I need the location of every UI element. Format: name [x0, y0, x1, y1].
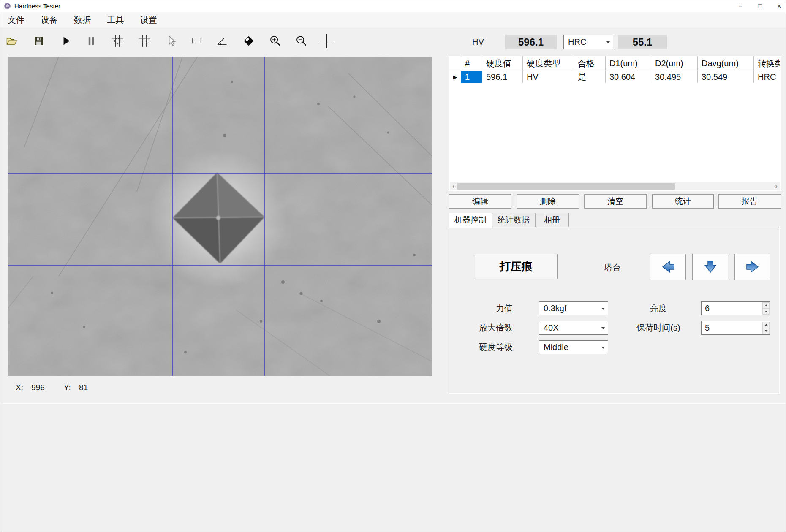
magnification-label: 放大倍数 — [458, 321, 513, 335]
x-label: X: — [16, 383, 23, 392]
statistics-button[interactable]: 统计 — [652, 194, 714, 209]
col-num[interactable]: # — [461, 56, 482, 71]
force-combobox[interactable]: 0.3kgf — [539, 301, 608, 315]
delete-button[interactable]: 删除 — [517, 194, 579, 209]
status-bar: X: 996 Y: 81 — [16, 383, 94, 392]
col-conversion[interactable]: 转换类 — [754, 56, 780, 71]
app-window: Hardness Tester − □ × 文件 设备 数据 工具 设置 — [0, 0, 786, 532]
clear-button[interactable]: 清空 — [584, 194, 647, 209]
spin-up-button[interactable] — [762, 302, 770, 309]
tab-statistics-data[interactable]: 统计数据 — [492, 213, 535, 227]
chevron-down-icon — [606, 41, 610, 43]
camera-view[interactable] — [8, 57, 432, 376]
edit-button[interactable]: 编辑 — [449, 194, 511, 209]
arrow-right-icon — [744, 258, 761, 275]
row-selector-cell: ▶ — [449, 71, 461, 83]
spin-down-button[interactable] — [762, 328, 770, 334]
y-label: Y: — [64, 383, 71, 392]
turret-right-button[interactable] — [734, 254, 770, 280]
cell-num[interactable]: 1 — [461, 71, 482, 83]
magnification-value: 40X — [544, 323, 559, 332]
grid-icon[interactable] — [136, 33, 153, 49]
hv-label: HV — [463, 35, 493, 49]
spin-up-button[interactable] — [762, 322, 770, 328]
conversion-scale-combobox[interactable]: HRC — [563, 35, 613, 49]
menu-settings[interactable]: 设置 — [133, 12, 164, 28]
scroll-right-arrow[interactable]: › — [773, 182, 780, 190]
scrollbar-thumb[interactable] — [457, 183, 675, 190]
turret-label: 塔台 — [593, 262, 631, 274]
x-value: 996 — [31, 383, 45, 392]
table-header-row: # 硬度值 硬度类型 合格 D1(um) D2(um) Davg(um) 转换类 — [449, 56, 781, 71]
conversion-value: 55.1 — [618, 35, 667, 49]
scroll-left-arrow[interactable]: ‹ — [450, 182, 457, 190]
menu-device[interactable]: 设备 — [33, 12, 65, 28]
conversion-scale-value: HRC — [568, 37, 586, 46]
col-hardness[interactable]: 硬度值 — [482, 56, 523, 71]
cell-d1[interactable]: 30.604 — [606, 71, 651, 83]
title-bar: Hardness Tester − □ × — [0, 0, 786, 12]
zoom-out-icon[interactable] — [293, 33, 310, 49]
chevron-down-icon — [601, 308, 605, 310]
make-indent-button[interactable]: 打压痕 — [475, 254, 558, 279]
col-d2[interactable]: D2(um) — [651, 56, 698, 71]
menu-data[interactable]: 数据 — [67, 12, 98, 28]
specimen-image — [8, 57, 432, 376]
cell-d2[interactable]: 30.495 — [651, 71, 698, 83]
minimize-button[interactable]: − — [733, 0, 748, 12]
brightness-spinbox[interactable]: 6 — [701, 301, 770, 315]
crosshair-icon[interactable] — [318, 33, 335, 49]
play-icon[interactable] — [57, 33, 74, 49]
arrow-down-icon — [702, 258, 719, 275]
maximize-button[interactable]: □ — [753, 0, 767, 12]
chevron-down-icon — [601, 327, 605, 329]
pause-icon[interactable] — [83, 33, 100, 49]
tab-machine-control[interactable]: 机器控制 — [449, 213, 492, 228]
menu-file[interactable]: 文件 — [0, 12, 32, 28]
brightness-label: 亮度 — [618, 301, 699, 315]
turret-left-button[interactable] — [650, 254, 686, 280]
window-title: Hardness Tester — [14, 3, 60, 10]
dwell-time-label: 保荷时间(s) — [618, 321, 699, 335]
col-hardness-type[interactable]: 硬度类型 — [523, 56, 574, 71]
cell-hardness-type[interactable]: HV — [523, 71, 574, 83]
tab-album[interactable]: 相册 — [535, 213, 569, 227]
chevron-down-icon — [601, 347, 605, 349]
cell-hardness[interactable]: 596.1 — [482, 71, 523, 83]
hardness-level-value: Middle — [544, 342, 568, 352]
cell-davg[interactable]: 30.549 — [698, 71, 754, 83]
hardness-level-combobox[interactable]: Middle — [539, 340, 608, 354]
length-measure-icon[interactable] — [188, 33, 205, 49]
triangle-up-icon — [765, 324, 767, 326]
force-value: 0.3kgf — [544, 304, 566, 313]
triangle-down-icon — [765, 311, 767, 312]
hv-value: 596.1 — [505, 35, 557, 49]
app-icon — [4, 3, 11, 9]
cursor-icon[interactable] — [163, 33, 180, 49]
menu-bar: 文件 设备 数据 工具 设置 — [0, 12, 786, 28]
table-horizontal-scrollbar[interactable]: ‹ › — [450, 182, 780, 190]
menu-tools[interactable]: 工具 — [100, 12, 131, 28]
open-file-icon[interactable] — [3, 33, 20, 49]
col-d1[interactable]: D1(um) — [606, 56, 651, 71]
col-davg[interactable]: Davg(um) — [698, 56, 754, 71]
spin-down-button[interactable] — [762, 309, 770, 315]
turret-down-button[interactable] — [692, 254, 728, 280]
results-table: # 硬度值 硬度类型 合格 D1(um) D2(um) Davg(um) 转换类… — [449, 56, 781, 191]
cell-conversion[interactable]: HRC — [754, 71, 780, 83]
report-button[interactable]: 报告 — [718, 194, 781, 209]
triangle-down-icon — [765, 330, 767, 332]
indent-target-icon[interactable] — [109, 33, 126, 49]
zoom-in-icon[interactable] — [267, 33, 283, 49]
eraser-icon[interactable] — [240, 33, 257, 49]
magnification-combobox[interactable]: 40X — [539, 321, 608, 335]
angle-measure-icon[interactable] — [213, 33, 230, 49]
save-icon[interactable] — [30, 33, 47, 49]
close-button[interactable]: × — [772, 0, 786, 12]
cell-pass[interactable]: 是 — [574, 71, 606, 83]
horizontal-divider — [0, 403, 786, 404]
table-row[interactable]: ▶ 1 596.1 HV 是 30.604 30.495 30.549 HRC — [449, 71, 781, 83]
col-pass[interactable]: 合格 — [574, 56, 606, 71]
dwell-time-spinbox[interactable]: 5 — [701, 321, 770, 335]
y-value: 81 — [79, 383, 88, 392]
